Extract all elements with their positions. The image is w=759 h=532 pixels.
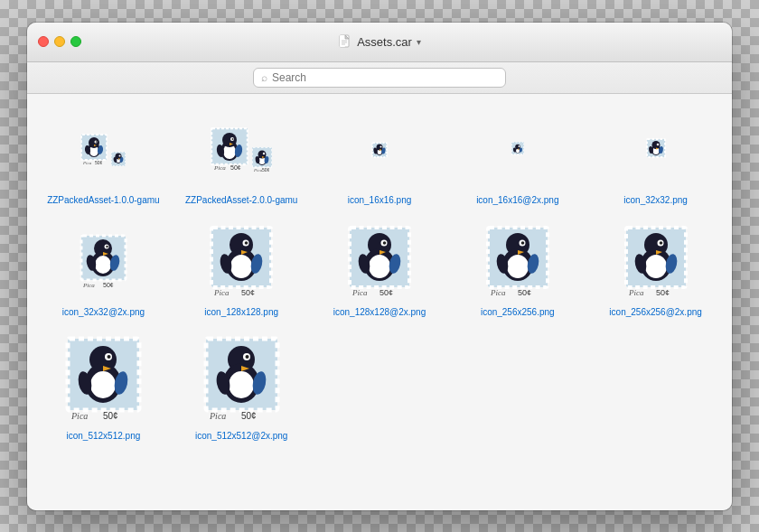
svg-text:Pica: Pica [209,411,226,421]
asset-grid: Pica 50¢ [36,103,723,447]
svg-text:Pica: Pica [490,288,506,297]
svg-text:Pica: Pica [82,161,92,165]
svg-text:50¢: 50¢ [262,167,270,173]
list-item[interactable]: icon_16x16@2x.png [450,103,585,211]
search-input[interactable] [272,71,498,84]
asset-label: icon_16x16@2x.png [476,194,558,206]
svg-text:50¢: 50¢ [230,164,241,171]
svg-text:50¢: 50¢ [518,288,531,297]
asset-label: icon_16x16.png [348,194,412,206]
asset-preview: Pica 50¢ [347,224,412,301]
close-button[interactable] [38,36,49,47]
svg-point-141 [245,355,248,359]
search-bar[interactable]: ⌕ [253,68,506,88]
icon-32-2x-preview: Pica 50¢ [79,233,128,292]
asset-preview [646,112,666,189]
search-icon: ⌕ [261,71,267,84]
asset-label: icon_128x128@2x.png [333,306,426,318]
asset-label: icon_256x256@2x.png [609,306,701,318]
svg-point-75 [106,245,108,247]
list-item[interactable]: Pica 50¢ icon_256x256@2x.png [588,215,723,323]
svg-text:50¢: 50¢ [241,288,255,297]
svg-text:Pica: Pica [213,164,226,172]
asset-label: icon_32x32.png [623,194,688,206]
maximize-button[interactable] [70,36,81,47]
list-item[interactable]: Pica 50¢ icon_128x128.png [174,215,309,323]
titlebar: Assets.car ▾ [27,23,732,62]
list-item[interactable]: Pica 50¢ icon_512x512@2x.png [174,327,309,447]
svg-point-86 [245,241,248,245]
svg-point-95 [369,255,390,278]
svg-text:50¢: 50¢ [95,160,103,165]
svg-point-128 [90,371,116,398]
list-item[interactable]: Pica 50¢ [174,103,309,211]
icon-128-preview: Pica 50¢ [209,225,274,299]
svg-point-117 [645,255,667,278]
content-area: Pica 50¢ [27,94,732,510]
asset-preview [370,112,389,189]
icon-16-2x-preview [511,142,524,158]
svg-point-40 [263,153,265,154]
icon-512-2x-preview: Pica 50¢ [203,336,280,425]
icon-256-2x-preview: Pica 50¢ [623,225,689,299]
packed-asset-icon-tiny [111,152,126,166]
list-item[interactable]: icon_32x32.png [588,103,723,211]
svg-text:Pica: Pica [70,411,88,421]
asset-preview: Pica 50¢ [209,224,274,301]
svg-point-73 [95,256,111,274]
asset-preview: Pica 50¢ [79,224,128,301]
asset-preview [511,112,524,189]
svg-point-66 [656,144,659,146]
asset-preview: Pica 50¢ [65,336,142,425]
svg-point-119 [659,241,662,245]
list-item[interactable]: Pica 50¢ icon_128x128@2x.png [313,215,447,323]
title-dropdown-arrow[interactable]: ▾ [417,37,421,47]
icon-32-preview [646,138,666,162]
svg-point-139 [229,371,254,398]
asset-preview: Pica 50¢ [485,224,550,301]
minimize-button[interactable] [54,36,65,47]
svg-point-84 [230,255,252,278]
svg-text:Pica: Pica [213,288,230,297]
asset-preview: Pica 50¢ [80,112,126,189]
list-item[interactable]: Pica 50¢ icon_256x256.png [450,215,585,323]
window-title: Assets.car [357,35,412,49]
svg-rect-1 [340,35,345,47]
icon-256-preview: Pica 50¢ [485,225,550,299]
svg-point-106 [507,255,529,278]
svg-text:50¢: 50¢ [103,411,118,421]
svg-point-30 [232,138,234,140]
asset-preview: Pica 50¢ [203,336,280,425]
asset-label: icon_256x256.png [481,306,555,318]
list-item[interactable]: Pica 50¢ icon_512x512.png [36,327,171,447]
svg-point-21 [119,155,121,157]
asset-label: icon_32x32@2x.png [62,306,145,318]
list-item[interactable]: icon_16x16.png [313,103,447,211]
svg-point-50 [380,146,381,148]
icon-16-preview [370,141,389,159]
asset-label: ZZPackedAsset-1.0.0-gamu [47,194,160,206]
svg-text:50¢: 50¢ [241,411,257,421]
list-item[interactable]: Pica 50¢ [36,103,171,211]
svg-text:Pica: Pica [351,288,368,297]
traffic-lights [38,36,81,47]
asset-label: icon_128x128.png [204,306,278,318]
svg-text:50¢: 50¢ [380,288,393,297]
svg-point-108 [520,241,524,245]
main-window: Assets.car ▾ ⌕ [27,23,732,510]
packed-asset-icon-small: Pica 50¢ [80,134,108,166]
svg-point-9 [89,137,99,148]
svg-point-97 [383,241,387,245]
svg-text:Pica: Pica [628,288,644,297]
list-item[interactable]: Pica 50¢ icon_32x32@2x.png [36,215,171,323]
asset-label: ZZPackedAsset-2.0.0-gamu [185,194,298,206]
icon-128-2x-preview: Pica 50¢ [347,225,412,299]
asset-preview: Pica 50¢ [623,224,689,301]
packed-asset-2-icon-small: Pica 50¢ [252,147,272,173]
packed-asset-2-icon-large: Pica 50¢ [211,127,248,173]
title-area: Assets.car ▾ [338,34,421,49]
svg-point-58 [518,145,520,147]
toolbar: ⌕ [27,62,732,94]
svg-point-130 [107,355,110,359]
svg-point-11 [96,141,98,143]
